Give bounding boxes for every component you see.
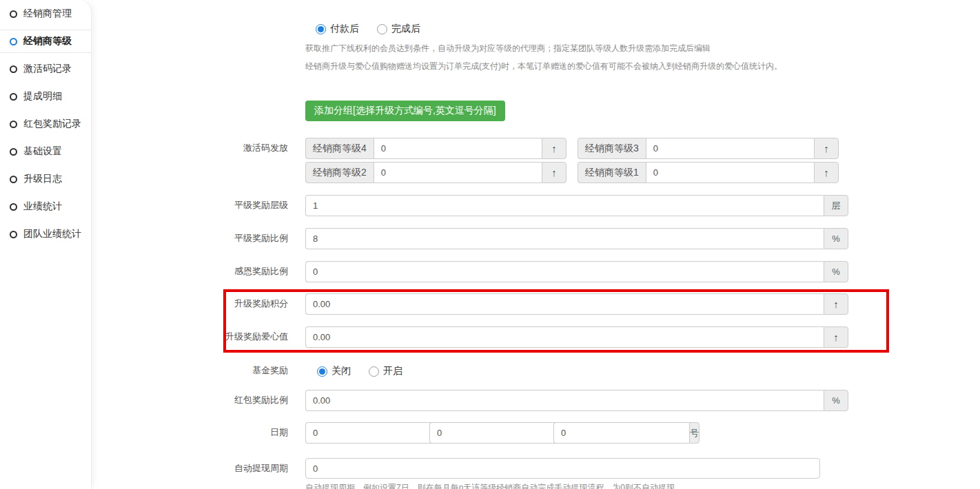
input-group: 层 bbox=[305, 195, 848, 216]
sidebar-item-label: 经销商等级 bbox=[23, 35, 72, 48]
radio-label: 付款后 bbox=[330, 23, 359, 35]
circle-icon bbox=[10, 203, 17, 211]
sidebar-item-label: 红包奖励记录 bbox=[23, 118, 81, 130]
radio-label: 关闭 bbox=[331, 365, 351, 377]
field-label: 自动提现周期 bbox=[92, 458, 288, 479]
radio-fund-on[interactable]: 开启 bbox=[369, 365, 402, 377]
sidebar-item-performance-stats[interactable]: 业绩统计 bbox=[0, 193, 91, 220]
field-label: 平级奖励比例 bbox=[92, 228, 288, 249]
level2-activation-input[interactable] bbox=[374, 162, 542, 183]
gratitude-reward-ratio-input[interactable] bbox=[305, 261, 824, 282]
sidebar-item-dealer-management[interactable]: 经销商管理 bbox=[0, 0, 91, 28]
activation-group-level3: 经销商等级3 ↑ bbox=[578, 138, 839, 159]
circle-icon bbox=[10, 38, 17, 45]
circle-icon bbox=[10, 10, 17, 18]
day-addon: 号 bbox=[689, 422, 700, 444]
field-label: 日期 bbox=[92, 422, 288, 443]
radio-after-payment[interactable]: 付款后 bbox=[316, 23, 359, 35]
up-arrow-icon[interactable]: ↑ bbox=[542, 162, 566, 183]
radio-icon bbox=[377, 24, 387, 34]
circle-icon bbox=[10, 176, 17, 183]
level4-prepend-label: 经销商等级4 bbox=[305, 138, 374, 159]
input-group: ↑ bbox=[305, 326, 848, 348]
activation-group-level4: 经销商等级4 ↑ bbox=[305, 138, 566, 159]
input-group: 号 bbox=[429, 422, 553, 444]
sidebar-item-label: 激活码记录 bbox=[23, 63, 72, 75]
radio-label: 开启 bbox=[383, 365, 402, 377]
level3-prepend-label: 经销商等级3 bbox=[578, 138, 646, 159]
sidebar-item-redpacket-reward-records[interactable]: 红包奖励记录 bbox=[0, 110, 91, 138]
sidebar-item-label: 经销商管理 bbox=[23, 8, 72, 20]
sidebar-item-label: 提成明细 bbox=[23, 90, 62, 103]
level2-prepend-label: 经销商等级2 bbox=[305, 162, 374, 183]
unit-addon: 层 bbox=[824, 195, 848, 216]
field-label: 升级奖励爱心值 bbox=[92, 326, 288, 347]
field-label: 平级奖励层级 bbox=[92, 195, 288, 216]
radio-icon bbox=[369, 366, 379, 377]
radio-fund-off[interactable]: 关闭 bbox=[317, 365, 351, 377]
circle-icon bbox=[10, 93, 17, 101]
sidebar-item-upgrade-log[interactable]: 升级日志 bbox=[0, 165, 91, 193]
input-group: 号 bbox=[305, 422, 429, 444]
level4-activation-input[interactable] bbox=[374, 138, 542, 159]
sidebar-item-activation-code-records[interactable]: 激活码记录 bbox=[0, 55, 91, 83]
radio-after-completion[interactable]: 完成后 bbox=[377, 23, 420, 35]
field-label: 感恩奖励比例 bbox=[92, 261, 288, 282]
sidebar-item-label: 团队业绩统计 bbox=[23, 228, 81, 240]
add-group-button[interactable]: 添加分组[选择升级方式编号,英文逗号分隔] bbox=[305, 101, 505, 121]
up-arrow-icon[interactable]: ↑ bbox=[542, 138, 566, 159]
activation-group-level2: 经销商等级2 ↑ bbox=[305, 162, 566, 183]
dealer-level-form: 付款后 完成后 获取推广下线权利的会员达到条件，自动升级为对应等级的代理商；指定… bbox=[92, 0, 980, 489]
input-group: 号 bbox=[553, 422, 677, 444]
input-group: ↑ bbox=[305, 293, 848, 315]
circle-icon bbox=[10, 121, 17, 128]
up-arrow-icon[interactable]: ↑ bbox=[814, 138, 839, 159]
upgrade-reward-love-value-input[interactable] bbox=[305, 326, 824, 348]
field-label: 升级奖励积分 bbox=[92, 293, 288, 314]
radio-icon bbox=[317, 366, 327, 377]
sidebar-item-basic-settings[interactable]: 基础设置 bbox=[0, 138, 91, 165]
up-arrow-icon[interactable]: ↑ bbox=[814, 162, 839, 183]
level1-activation-input[interactable] bbox=[646, 162, 814, 183]
percent-addon: % bbox=[824, 228, 848, 249]
sidebar-item-label: 升级日志 bbox=[23, 173, 62, 185]
level-reward-layers-input[interactable] bbox=[305, 195, 824, 216]
sidebar-item-commission-details[interactable]: 提成明细 bbox=[0, 83, 91, 110]
upgrade-trigger-radio-group: 付款后 完成后 bbox=[316, 23, 420, 35]
circle-icon bbox=[10, 231, 17, 238]
level1-prepend-label: 经销商等级1 bbox=[578, 162, 646, 183]
level-reward-ratio-input[interactable] bbox=[305, 228, 824, 249]
radio-label: 完成后 bbox=[391, 23, 420, 35]
input-group: % bbox=[305, 261, 848, 282]
percent-addon: % bbox=[824, 261, 848, 282]
field-label: 红包奖励比例 bbox=[92, 390, 288, 410]
percent-addon: % bbox=[824, 390, 848, 411]
field-label: 基金奖励 bbox=[92, 365, 288, 376]
activation-codes-label: 激活码发放 bbox=[92, 138, 288, 158]
up-arrow-icon[interactable]: ↑ bbox=[824, 326, 848, 348]
up-arrow-icon[interactable]: ↑ bbox=[824, 293, 848, 315]
fund-reward-radio-group: 关闭 开启 bbox=[317, 365, 402, 377]
redpacket-reward-ratio-input[interactable] bbox=[305, 390, 824, 411]
sidebar-item-label: 业绩统计 bbox=[23, 200, 62, 213]
auto-withdraw-cycle-input[interactable] bbox=[305, 458, 820, 479]
auto-withdraw-help: 自动提现周期，例如设置7日，则在每月每n天该等级经销商自动完成手动提现流程。为0… bbox=[305, 482, 675, 489]
date-input-2[interactable] bbox=[429, 422, 565, 444]
sidebar: 经销商管理 经销商等级 激活码记录 提成明细 红包奖励记录 基础设置 升级日志 … bbox=[0, 0, 92, 489]
circle-icon bbox=[10, 65, 17, 73]
date-input-1[interactable] bbox=[305, 422, 441, 444]
date-input-3[interactable] bbox=[553, 422, 689, 444]
sidebar-item-label: 基础设置 bbox=[23, 145, 62, 158]
level3-activation-input[interactable] bbox=[646, 138, 814, 159]
input-group: % bbox=[305, 390, 848, 411]
circle-icon bbox=[10, 148, 17, 156]
radio-icon bbox=[316, 24, 326, 34]
upgrade-trigger-help-1: 获取推广下线权利的会员达到条件，自动升级为对应等级的代理商；指定某团队等级人数升… bbox=[305, 43, 711, 54]
upgrade-reward-points-input[interactable] bbox=[305, 293, 824, 315]
sidebar-item-team-performance-stats[interactable]: 团队业绩统计 bbox=[0, 220, 91, 248]
sidebar-item-dealer-level[interactable]: 经销商等级 bbox=[0, 30, 91, 53]
activation-group-level1: 经销商等级1 ↑ bbox=[578, 162, 839, 183]
input-group: % bbox=[305, 228, 848, 249]
upgrade-trigger-help-2: 经销商升级与爱心值购物赠送均设置为订单完成(支付)时，本笔订单赠送的爱心值有可能… bbox=[305, 61, 782, 72]
